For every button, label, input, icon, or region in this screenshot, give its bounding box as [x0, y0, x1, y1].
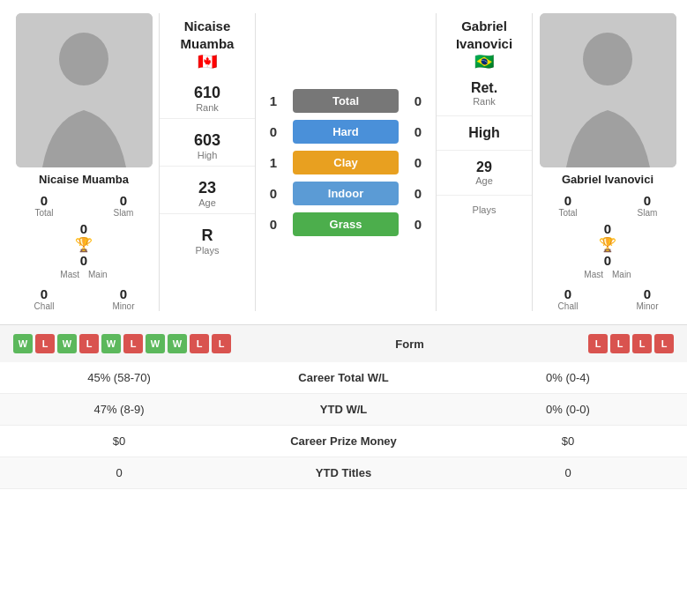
left-total-label: Total — [34, 208, 53, 218]
left-age-value: 23 — [160, 179, 255, 197]
right-rank-value: Ret. — [437, 80, 532, 96]
surface-left-score-total: 1 — [265, 93, 282, 108]
right-chall-label: Chall — [558, 301, 579, 311]
surface-left-score-indoor: 0 — [265, 186, 282, 201]
left-header-name: NicaiseMuamba — [181, 18, 235, 52]
left-chall-label: Chall — [34, 301, 55, 311]
left-player-header: NicaiseMuamba 🇨🇦 — [176, 18, 239, 71]
left-main-value: 0 — [80, 253, 87, 268]
right-main-label: Main — [612, 270, 631, 279]
left-player-avatar — [16, 13, 153, 167]
left-total-value: 0 — [41, 193, 48, 208]
stats-row-0-center: Career Total W/L — [225, 371, 462, 384]
right-age-block: 29 Age — [437, 151, 532, 196]
form-badges-right: LLLL — [588, 334, 674, 353]
right-trophy-icon: 🏆 — [599, 236, 616, 253]
form-right-badge-2: L — [632, 334, 652, 353]
form-left-badge-3: L — [79, 334, 99, 353]
right-high-block: High — [437, 116, 532, 151]
left-player-card: Nicaise Muamba 0 Total 0 Slam 0 🏆 0 — [9, 13, 159, 311]
right-age-label: Age — [437, 175, 532, 186]
right-chall-stat: 0 Chall — [533, 286, 603, 311]
left-trophy-row: 0 🏆 0 — [9, 221, 159, 268]
left-rank-value: 610 — [160, 84, 255, 102]
right-player-card: Gabriel Ivanovici 0 Total 0 Slam 0 🏆 0 — [533, 13, 683, 311]
form-left-badge-7: W — [168, 334, 187, 353]
form-left-badge-8: L — [190, 334, 209, 353]
left-main-label: Main — [88, 270, 108, 279]
stats-row-1-right: 0% (0-0) — [462, 403, 674, 416]
left-player-stats: 0 Total 0 Slam — [9, 193, 159, 218]
form-right-badge-0: L — [588, 334, 608, 353]
form-left-badge-6: W — [146, 334, 165, 353]
right-total-value: 0 — [564, 193, 571, 208]
surface-btn-hard[interactable]: Hard — [293, 120, 399, 144]
surface-row-grass: 0Grass0 — [265, 212, 427, 236]
stats-row-0: 45% (58-70)Career Total W/L0% (0-4) — [0, 362, 687, 394]
left-total-stat: 0 Total — [9, 193, 79, 218]
stats-row-2-right: $0 — [462, 434, 674, 448]
left-minor-label: Minor — [112, 301, 134, 311]
right-minor-stat: 0 Minor — [612, 286, 683, 311]
left-player-name: Nicaise Muamba — [39, 173, 129, 186]
surface-right-score-clay: 0 — [409, 155, 427, 170]
left-rank-block: 610 Rank — [160, 78, 255, 119]
surface-right-score-total: 0 — [409, 93, 427, 108]
stats-row-3-left: 0 — [13, 466, 225, 479]
right-total-stat: 0 Total — [533, 193, 603, 218]
surface-btn-grass[interactable]: Grass — [293, 212, 399, 236]
form-left-badge-2: W — [57, 334, 77, 353]
right-total-label: Total — [558, 208, 577, 218]
surface-row-clay: 1Clay0 — [265, 151, 427, 174]
right-player-name: Gabriel Ivanovici — [562, 173, 653, 186]
left-mast-label: Mast — [60, 270, 79, 279]
left-high-block: 603 High — [160, 126, 255, 167]
right-player-header: GabrielIvanovici 🇧🇷 — [452, 18, 517, 71]
right-player-avatar — [540, 13, 676, 167]
right-chall-minor: 0 Chall 0 Minor — [533, 286, 683, 311]
right-rank-label: Rank — [437, 96, 532, 107]
left-mast-value: 0 — [80, 221, 87, 236]
left-rank-label: Rank — [160, 102, 255, 113]
left-age-block: 23 Age — [160, 174, 255, 214]
right-mast-value: 0 — [604, 221, 611, 236]
right-slam-value: 0 — [644, 193, 651, 208]
surface-btn-clay[interactable]: Clay — [293, 151, 399, 174]
surface-btn-indoor[interactable]: Indoor — [293, 182, 399, 205]
form-label: Form — [395, 338, 424, 351]
surfaces-section: 1Total00Hard01Clay00Indoor00Grass0 — [256, 13, 436, 311]
form-left-badge-1: L — [35, 334, 55, 353]
left-chall-value: 0 — [41, 286, 48, 301]
right-mast-main-labels: Mast Main — [584, 270, 631, 279]
right-middle-stats: GabrielIvanovici 🇧🇷 Ret. Rank High 29 Ag… — [436, 13, 533, 311]
right-header-name: GabrielIvanovici — [456, 18, 512, 52]
left-chall-stat: 0 Chall — [9, 286, 79, 311]
stats-row-1-center: YTD W/L — [225, 403, 462, 416]
top-section: Nicaise Muamba 0 Total 0 Slam 0 🏆 0 — [0, 0, 687, 324]
stats-row-2-left: $0 — [13, 434, 225, 448]
surface-row-indoor: 0Indoor0 — [265, 182, 427, 205]
form-badges-left: WLWLWLWWLL — [13, 334, 231, 353]
stats-row-1-left: 47% (8-9) — [13, 403, 225, 416]
left-minor-stat: 0 Minor — [88, 286, 159, 311]
stats-row-2-center: Career Prize Money — [225, 434, 462, 448]
stats-row-0-right: 0% (0-4) — [462, 371, 674, 384]
surface-right-score-grass: 0 — [409, 217, 427, 232]
right-mast-label: Mast — [584, 270, 603, 279]
surface-btn-total[interactable]: Total — [293, 89, 399, 113]
left-slam-label: Slam — [114, 208, 134, 218]
form-section: WLWLWLWWLL Form LLLL — [0, 324, 687, 362]
stats-row-3: 0YTD Titles0 — [0, 457, 687, 489]
stats-row-2: $0Career Prize Money$0 — [0, 426, 687, 457]
form-left-badge-0: W — [13, 334, 33, 353]
form-left-badge-5: L — [123, 334, 143, 353]
left-flag: 🇨🇦 — [181, 52, 235, 71]
right-plays-label: Plays — [437, 204, 532, 215]
surface-row-total: 1Total0 — [265, 89, 427, 113]
surface-left-score-clay: 1 — [265, 155, 282, 170]
left-age-label: Age — [160, 197, 255, 208]
right-plays-block: Plays — [437, 196, 532, 224]
form-right-badge-3: L — [654, 334, 674, 353]
stats-table: 45% (58-70)Career Total W/L0% (0-4)47% (… — [0, 362, 687, 489]
svg-point-3 — [583, 33, 632, 85]
